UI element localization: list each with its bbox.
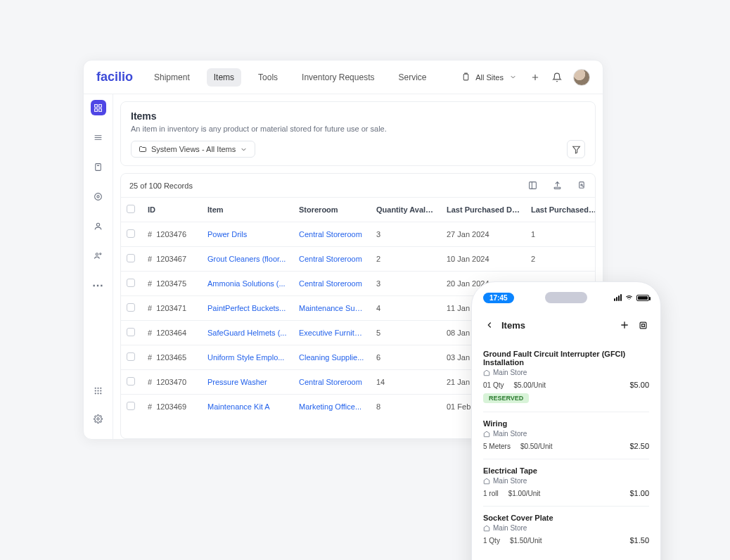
- table-header-row: ID Item Storeroom Quantity Avaliable Las…: [121, 198, 596, 222]
- cell-qty: 5: [371, 321, 441, 345]
- sidebar-item-2[interactable]: [91, 129, 106, 145]
- cell-storeroom[interactable]: Executive Furnitu...: [293, 321, 371, 345]
- sidebar-item-settings[interactable]: [91, 411, 106, 426]
- row-checkbox[interactable]: [127, 328, 135, 336]
- cell-item[interactable]: Grout Cleaners (floor...: [202, 247, 293, 272]
- cell-storeroom[interactable]: Central Storeroom: [293, 272, 371, 296]
- cell-item[interactable]: Power Drils: [202, 222, 293, 247]
- cell-id: # 1203464: [142, 321, 202, 345]
- col-item[interactable]: Item: [202, 198, 293, 222]
- row-checkbox[interactable]: [127, 303, 135, 312]
- col-price[interactable]: Last Purchased Price: [525, 198, 596, 222]
- mobile-scan-icon[interactable]: [636, 319, 649, 331]
- mobile-item-rate: $5.00/Unit: [513, 381, 546, 389]
- svg-rect-0: [464, 74, 469, 80]
- svg-point-15: [97, 387, 98, 388]
- avatar[interactable]: [573, 69, 590, 86]
- mobile-item-price: $5.00: [629, 381, 649, 389]
- mobile-list-item[interactable]: Electrical TapeMain Store1 roll$1.00/Uni…: [483, 459, 649, 507]
- svg-point-18: [97, 390, 98, 391]
- tab-inventory-requests[interactable]: Inventory Requests: [295, 68, 381, 87]
- cell-price: 1: [525, 222, 596, 247]
- bell-icon[interactable]: [551, 72, 562, 82]
- cell-item[interactable]: SafeGuard Helmets (...: [202, 321, 293, 345]
- sidebar-item-4[interactable]: [91, 189, 106, 204]
- mobile-item-qty: 5 Meters: [483, 443, 511, 450]
- sidebar-item-6[interactable]: [91, 248, 106, 263]
- col-id[interactable]: ID: [142, 198, 202, 222]
- chevron-down-icon: [508, 72, 518, 82]
- row-checkbox[interactable]: [127, 254, 135, 262]
- reserved-badge: RESERVED: [483, 393, 529, 403]
- cell-item[interactable]: PaintPerfect Buckets...: [202, 296, 293, 321]
- cell-storeroom[interactable]: Marketing Office...: [293, 395, 371, 419]
- svg-rect-3: [95, 104, 98, 107]
- mobile-list-item[interactable]: Ground Fault Circuit Interrupter (GFCI) …: [483, 343, 649, 412]
- back-icon[interactable]: [483, 319, 496, 331]
- row-checkbox[interactable]: [127, 229, 135, 238]
- svg-point-16: [100, 387, 101, 388]
- sidebar-item-apps[interactable]: [91, 383, 106, 398]
- mobile-item-price: $2.50: [629, 442, 649, 450]
- filter-button[interactable]: [567, 140, 585, 158]
- cell-storeroom[interactable]: Maintenance Sup...: [293, 296, 371, 321]
- svg-rect-6: [99, 108, 102, 111]
- row-checkbox[interactable]: [127, 279, 135, 287]
- search-file-icon[interactable]: [577, 181, 587, 190]
- table-row[interactable]: # 1203476Power DrilsCentral Storeroom327…: [121, 222, 596, 247]
- col-date[interactable]: Last Purchased Date: [441, 198, 525, 222]
- sidebar-item-5[interactable]: [91, 218, 106, 234]
- cell-item[interactable]: Uniform Style Emplo...: [202, 345, 293, 370]
- row-checkbox[interactable]: [127, 352, 135, 361]
- tab-tools[interactable]: Tools: [251, 68, 285, 87]
- sidebar-item-3[interactable]: [91, 159, 106, 174]
- select-all-checkbox[interactable]: [127, 205, 135, 213]
- svg-point-23: [97, 417, 99, 419]
- table-row[interactable]: # 1203467Grout Cleaners (floor...Central…: [121, 247, 596, 272]
- mobile-list-item[interactable]: Socket Cover PlateMain Store1 Qty$1.50/U…: [483, 507, 649, 553]
- tab-service[interactable]: Service: [391, 68, 433, 87]
- views-dropdown[interactable]: System Views - All Items: [131, 141, 255, 158]
- mobile-list-item[interactable]: WiringMain Store5 Meters$0.50/Unit$2.50: [483, 412, 649, 459]
- header-right: All Sites: [461, 69, 590, 86]
- sites-label: All Sites: [475, 73, 504, 82]
- sidebar-item-more[interactable]: ⋯: [91, 277, 106, 293]
- mobile-item-price: $1.50: [629, 536, 649, 545]
- plus-icon[interactable]: [530, 72, 540, 82]
- columns-icon[interactable]: [528, 181, 537, 190]
- brand-logo: facilio: [96, 70, 133, 84]
- page-title: Items: [131, 110, 585, 122]
- tab-items[interactable]: Items: [207, 68, 241, 87]
- sidebar-item-dashboard[interactable]: [91, 100, 106, 115]
- dynamic-island: [545, 292, 587, 303]
- cell-item[interactable]: Ammonia Solutions (...: [202, 272, 293, 296]
- mobile-item-qty: 1 roll: [483, 490, 499, 497]
- svg-rect-33: [640, 322, 646, 329]
- svg-rect-27: [554, 187, 561, 189]
- cell-storeroom[interactable]: Central Storeroom: [293, 247, 371, 272]
- svg-point-29: [581, 184, 582, 186]
- cell-price: 2: [525, 247, 596, 272]
- svg-rect-5: [95, 108, 98, 111]
- cell-qty: 14: [371, 370, 441, 395]
- row-checkbox[interactable]: [127, 402, 135, 410]
- cell-item[interactable]: Maintenance Kit A: [202, 395, 293, 419]
- cell-item[interactable]: Pressure Washer: [202, 370, 293, 395]
- col-storeroom[interactable]: Storeroom: [293, 198, 371, 222]
- cell-date: 27 Jan 2024: [441, 222, 525, 247]
- mobile-device: 17:45 Items Ground Fault Circuit Interru…: [471, 281, 661, 560]
- cell-storeroom[interactable]: Central Storeroom: [293, 222, 371, 247]
- mobile-title: Items: [501, 320, 525, 331]
- export-icon[interactable]: [553, 181, 562, 190]
- sites-dropdown[interactable]: All Sites: [461, 72, 518, 82]
- mobile-add-icon[interactable]: [618, 319, 631, 331]
- col-qty[interactable]: Quantity Avaliable: [371, 198, 441, 222]
- svg-point-9: [95, 193, 102, 200]
- cell-storeroom[interactable]: Central Storeroom: [293, 370, 371, 395]
- row-checkbox[interactable]: [127, 377, 135, 386]
- tab-shipment[interactable]: Shipment: [147, 68, 197, 87]
- svg-rect-7: [96, 163, 101, 170]
- mobile-item-price: $1.00: [629, 489, 649, 497]
- mobile-item-store: Main Store: [483, 369, 649, 376]
- cell-storeroom[interactable]: Cleaning Supplie...: [293, 345, 371, 370]
